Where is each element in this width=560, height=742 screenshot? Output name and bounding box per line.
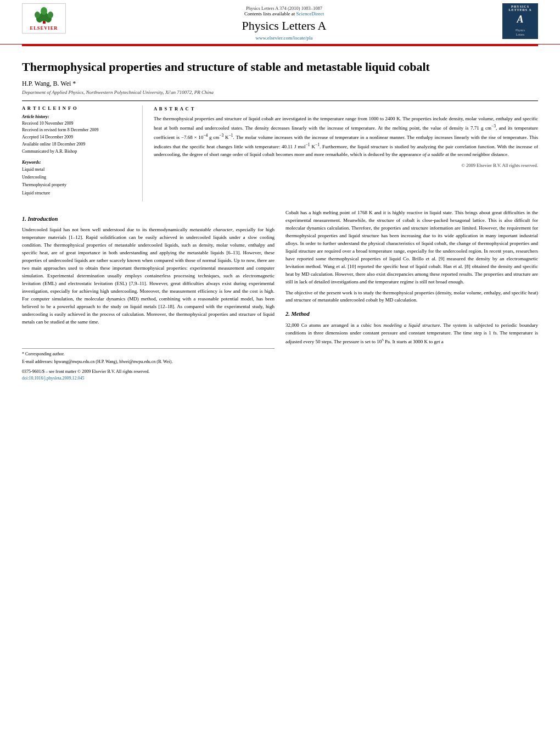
keyword-2: Undercooling: [22, 174, 135, 181]
journal-header: ELSEVIER Physics Letters A 374 (2010) 10…: [0, 0, 560, 44]
keywords-group: Keywords: Liquid metal Undercooling Ther…: [22, 160, 135, 198]
abstract-label: A B S T R A C T: [154, 105, 538, 113]
received-date: Received 10 November 2009: [22, 120, 135, 127]
body-left-col: 1. Introduction Undercooled liquid has n…: [22, 209, 275, 382]
method-heading: 2. Method: [285, 310, 538, 319]
keyword-1: Liquid metal: [22, 166, 135, 174]
received-revised-date: Received in revised form 8 December 2009: [22, 127, 135, 134]
footer-doi: doi:10.1016/j.physleta.2009.12.045: [22, 375, 275, 382]
available-date: Available online 18 December 2009: [22, 141, 135, 148]
keywords-list: Liquid metal Undercooling Thermophysical…: [22, 166, 135, 198]
doi-link[interactable]: doi:10.1016/j.physleta.2009.12.045: [22, 376, 85, 381]
journal-title-header: Physics Letters A 374 (2010) 1083–1087 C…: [66, 3, 502, 44]
pla-logo: PHYSICS LETTERS A A PhysicsLetters: [502, 3, 538, 39]
history-label: Article history:: [22, 114, 135, 119]
article-title: Thermophysical properties and structure …: [22, 59, 538, 75]
footer-issn: 0375-9601/$ – see front matter © 2009 El…: [22, 369, 275, 375]
body-right-col: Cobalt has a high melting point of 1768 …: [285, 209, 538, 382]
method-text: 32,000 Co atoms are arranged in a cubic …: [285, 322, 538, 346]
svg-point-4: [35, 12, 40, 18]
keyword-3: Thermophysical property: [22, 181, 135, 189]
footnote-asterisk: * Corresponding author.: [22, 351, 275, 358]
intro-text-left: Undercooled liquid has not been well und…: [22, 226, 275, 326]
journal-title: Physics Letters A: [66, 19, 502, 33]
journal-citation: Physics Letters A 374 (2010) 1083–1087: [66, 3, 502, 11]
article-info-col: A R T I C L E I N F O Article history: R…: [22, 105, 143, 202]
sciencedirect-link[interactable]: ScienceDirect: [296, 11, 324, 16]
page-wrapper: ELSEVIER Physics Letters A 374 (2010) 10…: [0, 0, 560, 742]
footer-ids: 0375-9601/$ – see front matter © 2009 El…: [22, 369, 275, 382]
communicated: Communicated by A.R. Bishop: [22, 148, 135, 155]
elsevier-wordmark: ELSEVIER: [30, 25, 58, 31]
intro-objective: The objective of the present work is to …: [285, 289, 538, 305]
keyword-4: Liquid structure: [22, 189, 135, 197]
copyright: © 2009 Elsevier B.V. All rights reserved…: [154, 162, 538, 169]
article-meta: A R T I C L E I N F O Article history: R…: [22, 101, 538, 202]
footnotes: * Corresponding author. E-mail addresses…: [22, 348, 275, 365]
citation-text: Physics Letters A 374 (2010) 1083–1087: [246, 5, 322, 11]
abstract-text: The thermophysical properties and struct…: [154, 115, 538, 159]
intro-text-right: Cobalt has a high melting point of 1768 …: [285, 209, 538, 286]
elsevier-logo: ELSEVIER: [22, 3, 66, 34]
keywords-label: Keywords:: [22, 160, 135, 165]
journal-url[interactable]: www.elsevier.com/locate/pla: [66, 35, 502, 41]
affiliation: Department of Applied Physics, Northwest…: [22, 90, 538, 95]
article-history: Article history: Received 10 November 20…: [22, 114, 135, 155]
intro-heading: 1. Introduction: [22, 215, 275, 224]
footnote-email: E-mail addresses: hpwang@nwpu.edu.cn (H.…: [22, 359, 275, 365]
pla-label: PHYSICS LETTERS A: [505, 5, 536, 12]
svg-point-6: [41, 7, 47, 15]
authors-text: H.P. Wang, B. Wei *: [22, 80, 76, 87]
authors: H.P. Wang, B. Wei *: [22, 80, 538, 88]
article-info-label: A R T I C L E I N F O: [22, 105, 135, 111]
body-columns: 1. Introduction Undercooled liquid has n…: [22, 209, 538, 382]
svg-point-5: [48, 12, 53, 18]
accepted-date: Accepted 14 December 2009: [22, 134, 135, 141]
abstract-col: A B S T R A C T The thermophysical prope…: [154, 105, 538, 202]
main-content: Thermophysical properties and structure …: [0, 46, 560, 387]
contents-label: Contents lists available at ScienceDirec…: [66, 11, 502, 16]
